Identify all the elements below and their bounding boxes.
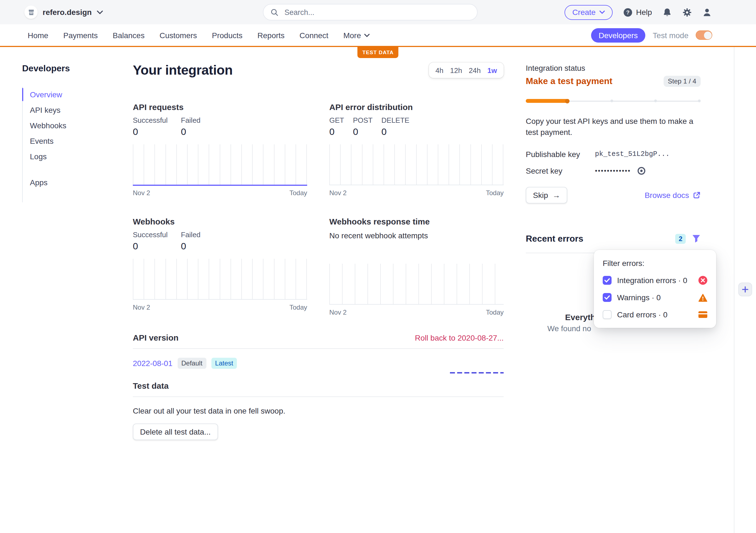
- range-option-4h[interactable]: 4h: [436, 66, 444, 74]
- filter-option-label: Warnings · 0: [617, 293, 661, 302]
- skip-button[interactable]: Skip →: [526, 187, 567, 203]
- help-button[interactable]: ? Help: [623, 8, 652, 17]
- range-option-12h[interactable]: 12h: [450, 66, 462, 74]
- filter-option-card-errors[interactable]: Card errors · 0: [603, 310, 707, 319]
- delete-all-test-data-button[interactable]: Delete all test data...: [133, 423, 218, 440]
- axis-start-label: Nov 2: [329, 189, 347, 197]
- svg-text:?: ?: [626, 9, 630, 15]
- step-count-badge: Step 1 / 4: [663, 76, 701, 87]
- right-panel: Integration status Make a test payment S…: [526, 47, 701, 440]
- page-content: Developers Overview API keys Webhooks Ev…: [0, 47, 756, 440]
- nav-right-group: Developers Test mode: [591, 28, 712, 42]
- plus-icon: [742, 286, 748, 293]
- nav-item-payments[interactable]: Payments: [63, 31, 98, 39]
- progress-step-dot: [610, 99, 613, 102]
- api-requests-plot[interactable]: [133, 144, 307, 185]
- sidebar-item-events[interactable]: Events: [23, 133, 133, 149]
- chart-api-error-distribution: API error distribution GET 0 POST 0 DELE…: [329, 102, 504, 197]
- search-input[interactable]: [284, 8, 470, 17]
- integration-progress-bar: [526, 98, 701, 103]
- integration-status-heading: Integration status: [526, 63, 701, 72]
- sidebar-item-apps[interactable]: Apps: [23, 175, 133, 190]
- api-error-plot[interactable]: [329, 144, 504, 185]
- recent-errors-heading: Recent errors: [526, 234, 583, 244]
- secret-key-label: Secret key: [526, 166, 595, 175]
- developers-badge[interactable]: Developers: [591, 28, 646, 42]
- test-mode-toggle[interactable]: [696, 30, 712, 40]
- empty-state-title: Everyth: [565, 312, 596, 322]
- add-widget-plus-button[interactable]: [738, 283, 752, 296]
- storefront-logo-icon: [24, 6, 38, 19]
- error-circle-icon: [698, 276, 707, 285]
- chevron-down-icon: [96, 10, 103, 14]
- arrow-right-icon: →: [552, 191, 560, 200]
- range-option-1w[interactable]: 1w: [487, 66, 497, 74]
- chart-title: API error distribution: [329, 102, 504, 112]
- progress-step-dot: [654, 99, 657, 102]
- rollback-link[interactable]: Roll back to 2020-08-27...: [415, 333, 504, 342]
- profile-avatar-icon[interactable]: [702, 8, 712, 17]
- filter-count-badge: 2: [675, 234, 686, 244]
- webhooks-plot[interactable]: [133, 259, 307, 300]
- browse-docs-link[interactable]: Browse docs: [645, 191, 701, 200]
- axis-end-label: Today: [289, 189, 307, 197]
- filter-option-integration-errors[interactable]: Integration errors · 0: [603, 276, 707, 285]
- page-title: Your integration: [133, 63, 233, 78]
- warnings-checkbox[interactable]: [603, 293, 611, 302]
- publishable-key-value[interactable]: pk_test_51L2bgP...: [595, 150, 670, 158]
- nav-item-home[interactable]: Home: [28, 31, 48, 39]
- axis-start-label: Nov 2: [329, 309, 347, 316]
- topbar: refero.design Create ? Help: [0, 0, 756, 24]
- account-switcher[interactable]: refero.design: [24, 6, 103, 19]
- webhooks-response-plot[interactable]: [329, 264, 504, 305]
- nav-item-balances[interactable]: Balances: [113, 31, 145, 39]
- test-data-section: Test data Clear out all your test data i…: [133, 381, 504, 440]
- api-version-section: API version Roll back to 2020-08-27... 2…: [133, 333, 504, 369]
- nav-item-connect[interactable]: Connect: [299, 31, 328, 39]
- developers-overview-page: refero.design Create ? Help: [0, 0, 756, 533]
- integration-errors-checkbox[interactable]: [603, 276, 611, 285]
- step-description: Copy your test API keys and use them to …: [526, 116, 701, 138]
- stat-failed: Failed 0: [181, 116, 201, 138]
- chart-title: Webhooks: [133, 217, 307, 226]
- stat-delete: DELETE 0: [381, 116, 409, 138]
- sidebar-item-overview[interactable]: Overview: [23, 87, 133, 102]
- charts-grid: API requests Successful 0 Failed 0 N: [133, 102, 504, 316]
- filter-popup-title: Filter errors:: [603, 259, 707, 267]
- nav-item-products[interactable]: Products: [212, 31, 243, 39]
- nav-item-more[interactable]: More: [343, 31, 370, 39]
- filter-option-label: Card errors · 0: [617, 310, 667, 319]
- range-option-24h[interactable]: 24h: [469, 66, 481, 74]
- chevron-down-icon: [599, 11, 605, 14]
- search-icon: [271, 8, 278, 16]
- nav-item-customers[interactable]: Customers: [159, 31, 197, 39]
- stat-successful: Successful 0: [133, 116, 168, 138]
- test-data-heading: Test data: [133, 381, 169, 390]
- progress-fill: [526, 99, 570, 103]
- reveal-key-eye-icon[interactable]: [637, 166, 646, 175]
- search-bar[interactable]: [263, 4, 478, 20]
- settings-gear-icon[interactable]: [682, 8, 692, 17]
- empty-state-subtitle: We found no: [547, 324, 591, 333]
- card-errors-checkbox[interactable]: [603, 310, 611, 319]
- sidebar-heading: Developers: [22, 63, 133, 74]
- nav-item-reports[interactable]: Reports: [257, 31, 284, 39]
- dashed-placeholder-line: [450, 372, 504, 374]
- api-version-link[interactable]: 2022-08-01: [133, 359, 173, 368]
- create-button[interactable]: Create: [564, 5, 613, 20]
- notifications-bell-icon[interactable]: [662, 8, 672, 17]
- chart-api-requests: API requests Successful 0 Failed 0 N: [133, 102, 307, 197]
- filter-option-warnings[interactable]: Warnings · 0: [603, 293, 707, 302]
- axis-end-label: Today: [289, 304, 307, 311]
- progress-fill-dot: [565, 99, 570, 103]
- chart-title: API requests: [133, 102, 307, 112]
- sidebar-item-webhooks[interactable]: Webhooks: [23, 118, 133, 133]
- section-divider: [133, 348, 504, 349]
- sidebar-item-logs[interactable]: Logs: [23, 149, 133, 164]
- sidebar-item-api-keys[interactable]: API keys: [23, 102, 133, 118]
- filter-funnel-icon[interactable]: [692, 235, 701, 243]
- default-badge: Default: [177, 358, 206, 369]
- chart-webhooks-response-time: Webhooks response time No recent webhook…: [329, 217, 504, 316]
- latest-badge: Latest: [211, 358, 237, 369]
- test-data-badge: TEST DATA: [358, 47, 399, 58]
